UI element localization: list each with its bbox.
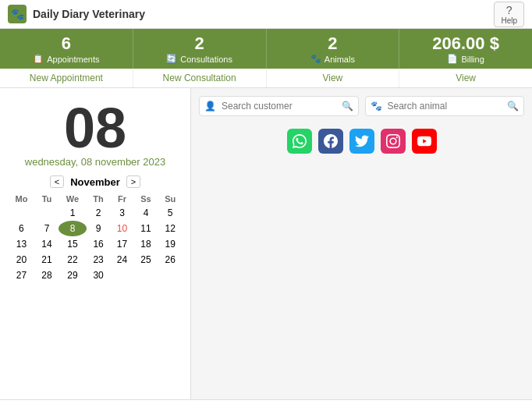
youtube-icon[interactable]	[412, 129, 437, 154]
animal-search-box: 🐾 🔍	[365, 96, 525, 116]
prev-month-button[interactable]: <	[50, 175, 64, 188]
cal-header-mo: Mo	[8, 193, 35, 205]
calendar-day	[110, 268, 133, 283]
billing-label: 📄 Billing	[403, 54, 529, 64]
calendar-day[interactable]: 10	[110, 221, 133, 236]
stat-appointments[interactable]: 6 📋 Appointments	[0, 29, 133, 69]
calendar-day[interactable]: 23	[87, 252, 111, 268]
appointments-section: 📋 Appointments ⊞ Customer: Animals: Date…	[0, 399, 532, 404]
next-month-button[interactable]: >	[126, 175, 140, 188]
consultations-label: 🔄 Consultations	[137, 54, 263, 64]
calendar-day[interactable]: 16	[87, 236, 111, 252]
cal-header-th: Th	[87, 193, 111, 205]
whatsapp-icon[interactable]	[287, 129, 312, 154]
main-content: 08 wednesday, 08 november 2023 < Novembe…	[0, 88, 532, 399]
calendar-day[interactable]: 17	[110, 236, 133, 252]
help-icon: ?	[506, 4, 512, 16]
calendar-day[interactable]: 12	[158, 221, 183, 236]
customer-search-box: 👤 🔍	[199, 96, 359, 116]
social-row	[199, 122, 524, 160]
stat-billing[interactable]: 206.00 $ 📄 Billing	[399, 29, 532, 69]
appointments-label: 📋 Appointments	[3, 54, 129, 64]
help-button[interactable]: ? Help	[494, 2, 524, 27]
calendar-day	[8, 205, 35, 221]
calendar-nav: < November >	[8, 175, 183, 188]
cal-header-we: We	[59, 193, 87, 205]
calendar-day[interactable]: 25	[134, 252, 158, 268]
app-header: 🐾 Daily Diary Veterinary ? Help	[0, 0, 532, 29]
calendar-day[interactable]: 27	[8, 268, 35, 283]
cal-header-su: Su	[158, 193, 183, 205]
calendar-section: 08 wednesday, 08 november 2023 < Novembe…	[0, 88, 191, 399]
calendar-day[interactable]: 5	[158, 205, 183, 221]
app-logo-icon: 🐾	[8, 5, 27, 23]
appointments-header: 📋 Appointments ⊞	[0, 400, 532, 404]
help-label: Help	[501, 16, 517, 25]
calendar-day[interactable]: 13	[8, 236, 35, 252]
calendar-day[interactable]: 21	[35, 252, 59, 268]
view-animals-action[interactable]: View	[267, 69, 400, 87]
calendar-grid: Mo Tu We Th Fr Ss Su 1234567891011121314…	[8, 193, 183, 283]
calendar-day[interactable]: 4	[134, 205, 158, 221]
facebook-icon[interactable]	[318, 129, 343, 154]
cal-header-fr: Fr	[110, 193, 133, 205]
calendar-day[interactable]: 22	[59, 252, 87, 268]
animals-count: 2	[270, 34, 396, 54]
new-consultation-action[interactable]: New Consultation	[133, 69, 267, 87]
calendar-month: November	[70, 176, 120, 188]
right-section: 👤 🔍 🐾 🔍	[191, 88, 532, 399]
date-subtitle: wednesday, 08 november 2023	[8, 156, 183, 168]
calendar-day	[134, 268, 158, 283]
consultations-icon: 🔄	[166, 54, 177, 64]
calendar-day[interactable]: 26	[158, 252, 183, 268]
calendar-day[interactable]: 1	[59, 205, 87, 221]
billing-amount: 206.00 $	[403, 34, 529, 54]
animal-icon: 🐾	[371, 101, 382, 112]
header-left: 🐾 Daily Diary Veterinary	[8, 5, 145, 23]
calendar-day[interactable]: 30	[87, 268, 111, 283]
calendar-day[interactable]: 19	[158, 236, 183, 252]
calendar-day[interactable]: 29	[59, 268, 87, 283]
person-icon: 👤	[204, 101, 216, 112]
twitter-icon[interactable]	[349, 129, 374, 154]
calendar-day[interactable]: 20	[8, 252, 35, 268]
cal-header-ss: Ss	[134, 193, 158, 205]
animal-search-input[interactable]	[385, 98, 508, 114]
calendar-day	[35, 205, 59, 221]
calendar-day[interactable]: 9	[87, 221, 111, 236]
consultations-count: 2	[137, 34, 263, 54]
calendar-day[interactable]: 6	[8, 221, 35, 236]
view-billing-action[interactable]: View	[399, 69, 532, 87]
stat-animals[interactable]: 2 🐾 Animals	[267, 29, 400, 69]
instagram-icon[interactable]	[381, 129, 406, 154]
billing-icon: 📄	[447, 54, 458, 64]
animals-icon: 🐾	[310, 54, 321, 64]
stat-consultations[interactable]: 2 🔄 Consultations	[133, 29, 267, 69]
search-row: 👤 🔍 🐾 🔍	[199, 96, 524, 116]
appointments-icon: 📋	[33, 54, 44, 64]
app-title: Daily Diary Veterinary	[33, 8, 145, 20]
big-day: 08	[8, 100, 183, 156]
animal-search-icon[interactable]: 🔍	[507, 101, 519, 112]
calendar-day	[158, 268, 183, 283]
calendar-day[interactable]: 24	[110, 252, 133, 268]
appointments-count: 6	[3, 34, 129, 54]
calendar-day[interactable]: 14	[35, 236, 59, 252]
stats-bar: 6 📋 Appointments 2 🔄 Consultations 2 🐾 A…	[0, 29, 532, 69]
calendar-day[interactable]: 11	[134, 221, 158, 236]
customer-search-input[interactable]	[219, 98, 342, 114]
svg-text:🐾: 🐾	[11, 8, 25, 21]
animals-label: 🐾 Animals	[270, 54, 396, 64]
cal-header-tu: Tu	[35, 193, 59, 205]
calendar-day[interactable]: 28	[35, 268, 59, 283]
calendar-day[interactable]: 7	[35, 221, 59, 236]
action-bar: New Appointment New Consultation View Vi…	[0, 69, 532, 88]
calendar-day[interactable]: 15	[59, 236, 87, 252]
calendar-day[interactable]: 18	[134, 236, 158, 252]
calendar-day[interactable]: 2	[87, 205, 111, 221]
calendar-day[interactable]: 3	[110, 205, 133, 221]
calendar-day[interactable]: 8	[59, 221, 87, 236]
new-appointment-action[interactable]: New Appointment	[0, 69, 133, 87]
customer-search-icon[interactable]: 🔍	[342, 101, 353, 112]
